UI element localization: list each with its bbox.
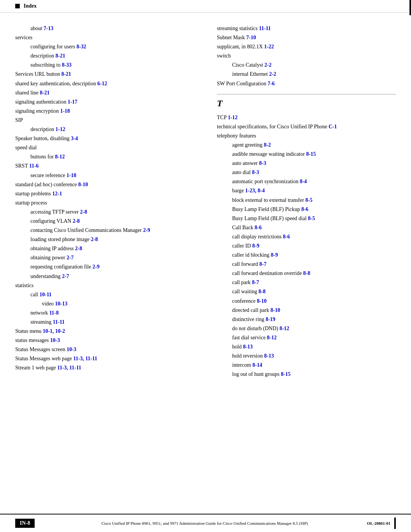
section-t-header: T [217,98,396,109]
entry-link[interactable]: 12-1 [52,191,62,197]
index-entry: Call Back 8-6 [232,223,396,232]
entry-link[interactable]: 1-22 [264,44,274,50]
entry-link[interactable]: 1-23, 8-4 [245,188,264,193]
entry-link[interactable]: 2-7 [62,273,69,279]
main-content: about 7-13servicesconfiguring for users … [0,13,411,402]
index-entry: fast dial service 8-12 [232,333,396,342]
entry-link[interactable]: 1-12 [228,115,238,120]
entry-text: technical specifications, for Cisco Unif… [217,124,328,129]
entry-link[interactable]: 8-32 [76,44,86,50]
entry-link[interactable]: 2-7 [67,255,74,260]
entry-link[interactable]: 8-33 [62,62,72,68]
index-entry: streaming 11-11 [30,318,194,326]
entry-link[interactable]: 8-5 [308,216,315,221]
entry-link[interactable]: 2-9 [143,227,150,233]
entry-link[interactable]: 8-6 [255,225,262,230]
entry-link[interactable]: 8-2 [264,142,271,148]
entry-link[interactable]: 7-10 [246,35,256,40]
entry-text: SRST [15,163,29,169]
entry-text: shared key authentication, description [15,81,97,86]
entry-link[interactable]: 8-13 [243,344,253,350]
entry-text: about [30,26,44,31]
entry-link[interactable]: 11-3, 11-11 [57,365,81,371]
entry-link[interactable]: 8-7 [260,261,267,267]
entry-link[interactable]: 8-10 [257,298,267,304]
entry-text: description [30,53,56,59]
entry-link[interactable]: 11-6 [29,163,39,169]
index-entry: startup problems 12-1 [15,189,194,198]
entry-link[interactable]: 8-4 [300,179,307,184]
entry-link[interactable]: 8-9 [252,243,260,249]
entry-link[interactable]: 8-3 [259,160,266,166]
entry-link[interactable]: C-1 [328,124,337,129]
index-entry: caller id blocking 8-9 [232,251,396,259]
entry-link[interactable]: 2-9 [92,264,100,270]
entry-text: standard (ad hoc) conference [15,182,78,187]
entry-link[interactable]: 8-12 [55,154,65,160]
entry-link[interactable]: 10-1, 10-2 [43,328,65,334]
entry-link[interactable]: 8-12 [267,335,277,340]
entry-link[interactable]: 6-12 [97,81,107,86]
entry-link[interactable]: 8-6 [301,206,309,212]
entry-link[interactable]: 1-12 [56,126,65,132]
entry-text: obtaining power [30,255,67,260]
entry-link[interactable]: 7-6 [268,81,275,86]
entry-link[interactable]: 2-8 [91,236,98,242]
entry-link[interactable]: 8-10 [271,307,280,313]
entry-link[interactable]: 2-8 [75,246,82,251]
index-entry: auto dial 8-3 [232,168,396,177]
entry-text: description [30,126,56,132]
entry-text: Cisco Catalyst [232,62,264,68]
entry-link[interactable]: 8-15 [306,151,316,157]
entry-text: call [30,292,40,297]
entry-link[interactable]: 1-18 [60,108,70,114]
entry-link[interactable]: 2-8 [80,209,87,215]
entry-link[interactable]: 8-10 [78,182,88,187]
entry-link[interactable]: 8-8 [258,289,266,294]
entry-link[interactable]: 1-18 [67,173,76,178]
entry-link[interactable]: 8-7 [252,280,259,285]
entry-link[interactable]: 11-8 [49,310,59,316]
entry-link[interactable]: 8-3 [252,169,259,175]
entry-link[interactable]: 11-11 [53,319,65,325]
entry-link[interactable]: 2-2 [264,62,272,68]
entry-text: barge [232,188,245,193]
entry-text: auto answer [232,160,259,166]
index-entry: Status menu 10-1, 10-2 [15,327,194,335]
index-entry: accessing TFTP server 2-8 [30,208,194,216]
entry-link[interactable]: 1-17 [68,99,78,105]
entry-link[interactable]: 10-3 [67,347,76,352]
entry-link[interactable]: 8-6 [283,234,290,240]
entry-link[interactable]: 8-21 [56,53,65,59]
entry-link[interactable]: 2-8 [73,218,80,224]
entry-link[interactable]: 10-11 [40,292,52,297]
entry-link[interactable]: 8-15 [281,371,291,377]
index-entry: switch [217,51,396,60]
entry-link[interactable]: 10-13 [55,301,68,307]
entry-link[interactable]: 8-9 [271,252,278,258]
index-entry: agent greeting 8-2 [232,141,396,149]
entry-link[interactable]: 8-21 [61,71,71,77]
entry-link[interactable]: 7-13 [44,26,54,31]
index-entry: loading stored phone image 2-8 [30,235,194,244]
index-entry: streaming statistics 11-11 [217,24,396,33]
entry-text: Call Back [232,225,255,230]
index-entry: telephony features [217,131,396,140]
index-entry: statistics [15,281,194,290]
entry-link[interactable]: 8-14 [252,362,262,368]
footer-center: Cisco Unified IP Phone 8961, 9951, and 9… [42,521,367,526]
entry-link[interactable]: 8-5 [305,197,312,203]
index-entry: speed dial [15,143,194,152]
entry-link[interactable]: 2-2 [269,71,276,77]
entry-link[interactable]: 8-21 [40,90,50,96]
entry-link[interactable]: 8-8 [303,270,311,276]
index-entry: standard (ad hoc) conference 8-10 [15,180,194,189]
entry-link[interactable]: 8-13 [264,353,274,359]
entry-link[interactable]: 8-12 [279,326,289,331]
entry-link[interactable]: 3-4 [71,136,78,141]
entry-link[interactable]: 11-11 [259,26,271,31]
entry-link[interactable]: 8-19 [266,316,276,322]
entry-link[interactable]: 10-3 [50,337,60,343]
entry-text: status messages [15,337,50,343]
entry-link[interactable]: 11-3, 11-11 [73,356,97,361]
